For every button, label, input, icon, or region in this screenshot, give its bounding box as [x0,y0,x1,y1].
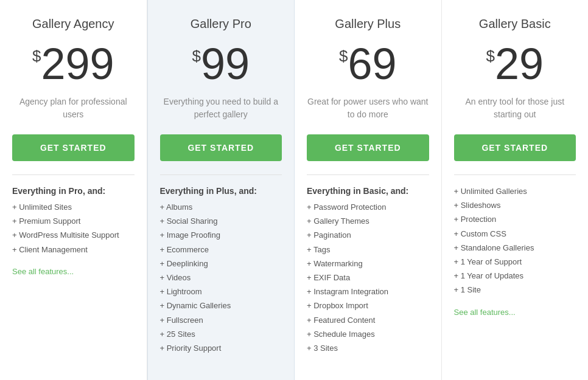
list-item: + Dynamic Galleries [160,300,282,311]
plan-desc-pro: Everything you need to build a perfect g… [160,95,282,121]
list-item: + Lightroom [160,286,282,297]
list-item: + Ecommerce [160,244,282,255]
features-title-agency: Everything in Pro, and: [12,186,105,196]
features-title-pro: Everything in Plus, and: [160,186,257,196]
see-all-link-agency[interactable]: See all features... [12,267,74,276]
list-item: + Slideshows [454,200,576,211]
divider-pro [160,174,282,175]
plan-agency: Gallery Agency$299Agency plan for profes… [0,0,147,380]
plan-plus: Gallery Plus$69Great for power users who… [295,0,442,380]
list-item: + 25 Sites [160,329,282,340]
list-item: + Protection [454,214,576,225]
list-item: + Dropbox Import [307,300,429,311]
get-started-button-basic[interactable]: GET STARTED [454,134,576,161]
pricing-table: Gallery Agency$299Agency plan for profes… [0,0,588,380]
plan-currency-agency: $ [32,47,41,66]
list-item: + 1 Year of Support [454,257,576,268]
list-item: + Tags [307,244,429,255]
plan-name-pro: Gallery Pro [191,17,251,31]
plan-name-agency: Gallery Agency [32,17,114,31]
plan-basic: Gallery Basic$29An entry tool for those … [442,0,589,380]
list-item: + Password Protection [307,202,429,213]
list-item: + Fullscreen [160,315,282,326]
divider-agency [12,174,135,175]
plan-desc-plus: Great for power users who want to do mor… [307,95,429,121]
plan-desc-basic: An entry tool for those just starting ou… [454,95,576,121]
plan-name-plus: Gallery Plus [335,17,401,31]
list-item: + Unlimited Sites [12,202,135,213]
divider-plus [307,174,429,175]
list-item: + Schedule Images [307,329,429,340]
features-list-agency: + Unlimited Sites+ Premium Support+ Word… [12,202,135,258]
plan-currency-pro: $ [192,47,200,66]
get-started-button-plus[interactable]: GET STARTED [307,134,429,161]
list-item: + 1 Year of Updates [454,271,576,282]
plan-amount-basic: 29 [495,42,544,86]
get-started-button-pro[interactable]: GET STARTED [160,134,282,161]
list-item: + Instagram Integration [307,286,429,297]
get-started-button-agency[interactable]: GET STARTED [12,134,135,161]
plan-amount-agency: 299 [41,42,114,86]
list-item: + WordPress Multisite Support [12,230,135,241]
features-list-pro: + Albums+ Social Sharing+ Image Proofing… [160,202,282,357]
list-item: + Pagination [307,230,429,241]
list-item: + Watermarking [307,258,429,269]
list-item: + Social Sharing [160,216,282,227]
plan-price-plus: $69 [339,42,397,86]
plan-name-basic: Gallery Basic [479,17,551,31]
plan-currency-plus: $ [339,47,348,66]
see-all-link-basic[interactable]: See all features... [454,308,516,317]
list-item: + Premium Support [12,216,135,227]
list-item: + Videos [160,272,282,283]
list-item: + Gallery Themes [307,216,429,227]
features-title-plus: Everything in Basic, and: [307,186,408,196]
list-item: + Deeplinking [160,258,282,269]
features-list-plus: + Password Protection+ Gallery Themes+ P… [307,202,429,357]
plan-currency-basic: $ [486,47,494,66]
plan-price-basic: $29 [486,42,544,86]
list-item: + Albums [160,202,282,213]
plan-amount-pro: 99 [201,42,250,86]
list-item: + Custom CSS [454,229,576,240]
features-list-basic: + Unlimited Galleries+ Slideshows+ Prote… [454,186,576,299]
list-item: + 1 Site [454,285,576,295]
plan-price-pro: $99 [192,42,250,86]
list-item: + Standalone Galleries [454,243,576,254]
list-item: + EXIF Data [307,272,429,283]
plan-price-agency: $299 [32,42,114,86]
list-item: + Unlimited Galleries [454,186,576,197]
plan-desc-agency: Agency plan for professional users [12,95,135,121]
list-item: + Priority Support [160,343,282,354]
list-item: + 3 Sites [307,343,429,354]
list-item: + Image Proofing [160,230,282,241]
list-item: + Featured Content [307,315,429,326]
plan-amount-plus: 69 [348,42,396,86]
divider-basic [454,174,576,175]
plan-pro: Gallery Pro$99Everything you need to bui… [147,0,295,380]
list-item: + Client Management [12,244,135,255]
